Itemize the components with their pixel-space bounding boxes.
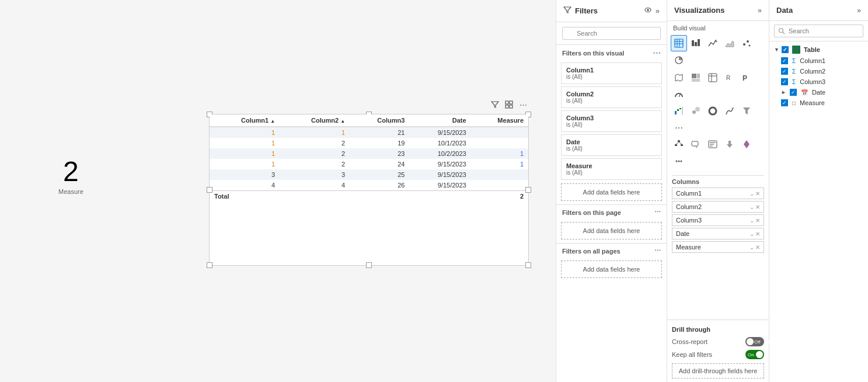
cross-report-toggle-knob [747, 338, 754, 345]
table-checkbox[interactable]: ✓ [782, 46, 789, 53]
data-tree-table-node[interactable]: ▼ ✓ Table [769, 44, 868, 55]
svg-rect-2 [506, 105, 508, 108]
column-field-col2[interactable]: Column2 ⌄ ✕ [672, 201, 764, 213]
focus-mode-icon[interactable] [504, 99, 514, 110]
measure-label: Measure [58, 188, 83, 195]
viz-type-funnel-btn[interactable] [738, 103, 755, 119]
viz-type-bar-btn[interactable] [688, 35, 704, 51]
keep-filters-toggle[interactable]: On [745, 350, 764, 359]
viz-type-grid-2: R P [667, 70, 769, 103]
resize-handle-bottom-left[interactable] [207, 262, 212, 268]
column-field-col1-down[interactable]: ⌄ [750, 190, 754, 197]
column-field-date-remove[interactable]: ✕ [755, 231, 760, 237]
viz-type-card-btn[interactable]: P [738, 70, 755, 86]
column-field-col1-actions: ⌄ ✕ [750, 190, 760, 197]
data-field-measure[interactable]: ✓ □ Measure [769, 98, 868, 108]
filter-card-col1[interactable]: Column1 is (All) [561, 62, 662, 84]
column-field-col3-actions: ⌄ ✕ [750, 217, 760, 224]
viz-type-more-btn[interactable]: ⋯ [671, 120, 687, 136]
resize-handle-right-mid[interactable] [525, 187, 531, 193]
resize-handle-bottom-right[interactable] [525, 262, 531, 268]
viz-type-decomp-btn[interactable] [671, 136, 687, 152]
filters-eye-icon[interactable] [644, 6, 652, 16]
tree-chevron-table[interactable]: ▼ [774, 47, 779, 53]
column-field-measure-down[interactable]: ⌄ [750, 244, 754, 251]
add-all-pages-fields-btn[interactable]: Add data fields here [561, 261, 662, 278]
header-measure[interactable]: Measure [471, 114, 528, 127]
filters-panel-header: Filters » [556, 0, 667, 22]
viz-type-paginate-btn[interactable] [721, 136, 738, 152]
viz-type-matrix-btn[interactable] [705, 70, 721, 86]
column-field-col3-remove[interactable]: ✕ [755, 217, 760, 224]
data-field-col2[interactable]: ✓ Σ Column2 [769, 66, 868, 77]
header-date[interactable]: Date [409, 114, 470, 127]
column-field-measure[interactable]: Measure ⌄ ✕ [672, 241, 764, 253]
field-col3-checkbox[interactable]: ✓ [781, 78, 788, 85]
field-measure-checkbox[interactable]: ✓ [781, 99, 788, 106]
header-col2[interactable]: Column2 ▲ [280, 114, 350, 127]
column-field-col2-actions: ⌄ ✕ [750, 204, 760, 210]
data-field-col3[interactable]: ✓ Σ Column3 [769, 77, 868, 87]
data-field-col1[interactable]: ✓ Σ Column1 [769, 55, 868, 66]
viz-panel-collapse-icon[interactable]: » [758, 6, 762, 15]
table-visual[interactable]: ⋯ Column1 ▲ Column2 ▲ Column3 Date Measu… [209, 114, 529, 266]
viz-type-qna-btn[interactable] [688, 136, 704, 152]
resize-handle-bottom-mid[interactable] [366, 262, 372, 268]
drill-through-section: Drill through Cross-report Off Keep all … [667, 320, 769, 382]
field-col2-checkbox[interactable]: ✓ [781, 68, 788, 75]
column-field-col3[interactable]: Column3 ⌄ ✕ [672, 214, 764, 226]
viz-type-smartnarr-btn[interactable] [705, 136, 721, 152]
viz-type-waterfall-btn[interactable] [671, 103, 687, 119]
add-page-fields-btn[interactable]: Add data fields here [561, 222, 662, 239]
data-search-input[interactable] [774, 25, 863, 37]
column-field-measure-remove[interactable]: ✕ [755, 244, 760, 251]
header-col3[interactable]: Column3 [350, 114, 409, 127]
filters-search-input[interactable] [562, 27, 661, 40]
column-field-date[interactable]: Date ⌄ ✕ [672, 228, 764, 239]
column-field-col3-down[interactable]: ⌄ [750, 217, 754, 224]
filter-icon[interactable] [490, 99, 500, 110]
filters-visual-more[interactable]: ⋯ [653, 48, 661, 58]
column-field-col1[interactable]: Column1 ⌄ ✕ [672, 187, 764, 199]
field-col1-checkbox[interactable]: ✓ [781, 57, 788, 64]
cross-report-toggle[interactable]: Off [745, 337, 764, 346]
column-field-col1-remove[interactable]: ✕ [755, 190, 760, 197]
add-drill-fields-btn[interactable]: Add drill-through fields here [672, 363, 764, 378]
viz-type-powerapp-btn[interactable] [738, 136, 755, 152]
viz-type-line-btn[interactable] [705, 35, 721, 51]
data-field-date[interactable]: ► ✓ 📅 Date [769, 87, 868, 98]
tree-chevron-date[interactable]: ► [781, 89, 786, 95]
viz-type-bubble-btn[interactable] [688, 103, 704, 119]
filters-collapse-icon[interactable]: » [656, 6, 660, 15]
filter-card-col3[interactable]: Column3 is (All) [561, 110, 662, 132]
filters-all-pages-more[interactable]: ⋯ [654, 247, 661, 255]
field-date-checkbox[interactable]: ✓ [790, 89, 797, 96]
filter-card-col2[interactable]: Column2 is (All) [561, 86, 662, 108]
filter-date-name: Date [566, 138, 657, 145]
field-measure-label: Measure [800, 99, 825, 106]
viz-type-donut-btn[interactable] [705, 103, 721, 119]
viz-type-gauge-btn[interactable] [671, 86, 687, 103]
column-field-col2-down[interactable]: ⌄ [750, 204, 754, 210]
viz-type-more2-btn[interactable] [671, 153, 687, 169]
more-options-icon[interactable]: ⋯ [518, 99, 528, 110]
filters-page-more[interactable]: ⋯ [654, 209, 661, 216]
filter-card-measure[interactable]: Measure is (All) [561, 158, 662, 180]
resize-handle-left-mid[interactable] [207, 187, 212, 193]
viz-type-grid-4 [667, 136, 769, 169]
column-field-col2-remove[interactable]: ✕ [755, 204, 760, 210]
viz-type-scatter-btn[interactable] [738, 35, 755, 51]
viz-type-table-btn[interactable] [671, 35, 687, 51]
viz-type-pie-btn[interactable] [671, 52, 687, 68]
column-field-date-down[interactable]: ⌄ [750, 231, 754, 237]
filter-card-date[interactable]: Date is (All) [561, 134, 662, 156]
viz-type-treemap-btn[interactable] [688, 70, 704, 86]
viz-type-map-btn[interactable] [671, 70, 687, 86]
add-visual-fields-btn[interactable]: Add data fields here [561, 183, 662, 201]
viz-type-ribbon-btn[interactable] [721, 103, 738, 119]
header-col1[interactable]: Column1 ▲ [210, 114, 280, 127]
data-panel-collapse-icon[interactable]: » [857, 6, 861, 15]
svg-rect-30 [682, 107, 683, 114]
viz-type-kpi-btn[interactable]: R [721, 70, 738, 86]
viz-type-area-btn[interactable] [721, 35, 738, 51]
